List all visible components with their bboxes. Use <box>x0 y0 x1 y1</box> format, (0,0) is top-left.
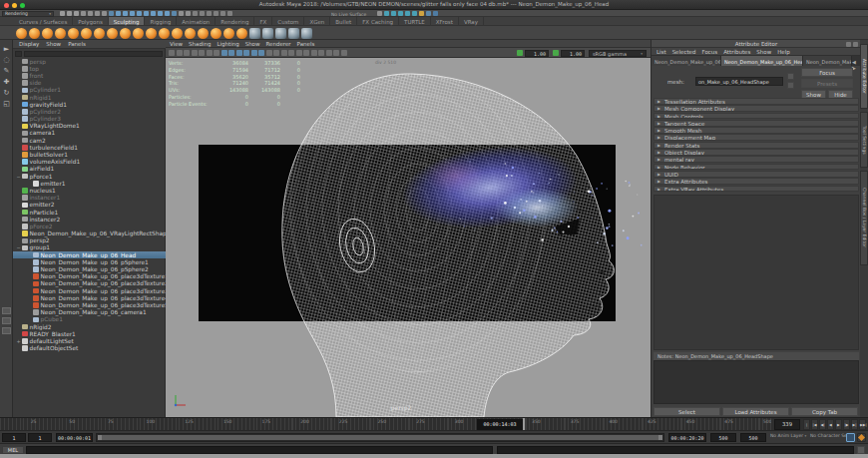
ae-section-smooth-mesh[interactable]: ▶Smooth Mesh <box>653 127 859 134</box>
shelf-tab-rigging[interactable]: Rigging <box>145 17 177 25</box>
shelf-tab-curves-surfaces[interactable]: Curves / Surfaces <box>14 17 73 25</box>
redo-icon[interactable] <box>88 11 93 16</box>
rotate-tool[interactable]: ↻ <box>0 88 13 99</box>
viewport-menu-renderer[interactable]: Renderer <box>265 41 290 47</box>
outliner-menu-show[interactable]: Show <box>46 41 61 48</box>
colorspace-dropdown[interactable]: sRGB gamma ▾ <box>589 50 647 57</box>
outliner-item-emitter1[interactable]: emitter1 <box>13 180 166 187</box>
outliner-search-input[interactable] <box>24 51 163 57</box>
focus-button[interactable]: Focus <box>801 68 853 77</box>
screen-space-ao-icon[interactable] <box>258 50 264 56</box>
outliner-item-airField1[interactable]: airField1 <box>13 166 166 173</box>
step-forward-key-button[interactable]: |▶ <box>843 419 850 430</box>
ae-section-extra-vray-attributes[interactable]: ▶Extra VRay Attributes <box>653 186 859 193</box>
grid-toggle-icon[interactable] <box>341 50 347 56</box>
shelf-tab-polygons[interactable]: Polygons <box>73 17 108 25</box>
select-tool-icon-icon[interactable] <box>95 11 100 16</box>
shelf-tab-turtle[interactable]: TURTLE <box>399 17 431 25</box>
viewport-menu-shading[interactable]: Shading <box>189 41 211 47</box>
outliner-item-Neon_Demon_Make_up_06_place3dTexture3[interactable]: Neon_Demon_Make_up_06_place3dTexture3 <box>13 287 166 294</box>
outliner-item-side[interactable]: side <box>13 80 166 87</box>
shelf-tab-sculpting[interactable]: Sculpting <box>109 17 146 25</box>
viewport-3d-view[interactable]: persp2 Verts:36084373360Edges:7159471712… <box>166 58 651 417</box>
resolution-gate-icon[interactable] <box>311 50 317 56</box>
wax-tool-icon[interactable] <box>146 28 157 39</box>
sculpt-mirror-icon[interactable] <box>288 28 299 39</box>
pinch-tool-icon[interactable] <box>68 28 79 39</box>
ae-menu-list[interactable]: List <box>656 49 666 55</box>
layout-four-pane-button[interactable] <box>2 317 11 324</box>
ae-menu-show[interactable]: Show <box>756 49 771 55</box>
outliner-item-pCube1[interactable]: pCube1 <box>13 316 166 323</box>
character-set-dropdown[interactable]: No Character Set <box>810 433 849 438</box>
bulge-tool-icon[interactable] <box>211 28 221 39</box>
repeat-tool-icon[interactable] <box>120 28 131 39</box>
outliner-item-Neon_Demon_Make_up_06_camera1[interactable]: Neon_Demon_Make_up_06_camera1 <box>13 309 166 316</box>
ae-section-object-display[interactable]: ▶Object Display <box>653 149 859 156</box>
expander-icon[interactable]: + <box>15 338 22 344</box>
select-mask-component-icon[interactable] <box>123 11 128 16</box>
sidebar-tab-channel-box-layer-editor[interactable]: Channel Box / Layer Editor <box>860 171 868 265</box>
outliner-item-pCylinder2[interactable]: pCylinder2 <box>13 108 166 115</box>
smooth-tool-icon[interactable] <box>29 28 40 39</box>
lock-selection-icon[interactable] <box>179 11 184 16</box>
outliner-item-nParticle1[interactable]: nParticle1 <box>13 209 166 216</box>
ae-section-tangent-space[interactable]: ▶Tangent Space <box>653 120 859 127</box>
camera-attributes-icon[interactable] <box>184 50 190 56</box>
step-back-key-button[interactable]: ◀| <box>819 419 826 430</box>
ae-tab-0[interactable]: Neon_Demon_Make_up_06_Head <box>651 56 721 66</box>
range-slider-track[interactable] <box>96 433 664 442</box>
foamy-tool-icon[interactable] <box>94 28 105 39</box>
wireframe-mode-icon[interactable] <box>221 50 227 56</box>
snap-plane-icon[interactable] <box>214 11 218 16</box>
range-handle-right[interactable] <box>658 435 662 440</box>
motion-blur-icon[interactable] <box>266 50 272 56</box>
ae-section-displacement-map[interactable]: ▶Displacement Map <box>653 134 859 141</box>
shelf-tab-xfrost[interactable]: XFrost <box>431 17 459 25</box>
select-mask-joints-icon[interactable] <box>137 11 142 16</box>
sculpt-falloff-icon[interactable] <box>275 28 286 39</box>
play-backwards-button[interactable]: ◀ <box>827 419 834 430</box>
outliner-item-gravityField1[interactable]: gravityField1 <box>13 101 166 108</box>
outliner-item-turbulenceField1[interactable]: turbulenceField1 <box>13 144 166 151</box>
outliner-item-top[interactable]: top <box>13 65 166 72</box>
outliner-item-Neon_Demon_Make_up_06_VRayLightRectShape1[interactable]: Neon_Demon_Make_up_06_VRayLightRectShape… <box>13 230 166 237</box>
ae-load-attributes-button[interactable]: Load Attributes <box>722 407 789 416</box>
ae-section-extra-attributes[interactable]: ▶Extra Attributes <box>653 178 859 185</box>
go-to-start-button[interactable]: |◀◀ <box>803 419 810 430</box>
shelf-tab-fx[interactable]: FX <box>254 17 272 25</box>
freeze-select-tool-icon[interactable] <box>249 28 260 39</box>
select-mask-hierarchy-icon[interactable] <box>109 11 114 16</box>
ae-tab-2[interactable]: Neon_Demon_Make_u <box>803 56 852 66</box>
set-key-icon[interactable] <box>857 433 866 442</box>
select-mask-surfaces-icon[interactable] <box>151 11 156 16</box>
playback-start-field[interactable]: 1 <box>2 433 26 442</box>
outliner-filter-icon[interactable] <box>15 51 22 57</box>
paint-select-tool[interactable]: ✎ <box>0 66 13 77</box>
select-tool[interactable]: ► <box>0 44 13 55</box>
viewport-menu-panels[interactable]: Panels <box>297 41 315 47</box>
select-mask-rendering-icon[interactable] <box>172 11 177 16</box>
ipr-render-icon[interactable] <box>398 11 403 16</box>
notes-textarea[interactable] <box>653 360 859 404</box>
render-setup-icon[interactable] <box>405 11 410 16</box>
command-input[interactable] <box>26 446 493 454</box>
outliner-item-persp2[interactable]: persp2 <box>13 237 166 244</box>
ae-section-render-stats[interactable]: ▶Render Stats <box>653 142 859 149</box>
sidebar-tab-attribute-editor[interactable]: Attribute Editor <box>860 44 868 109</box>
x-ray-icon[interactable] <box>296 50 302 56</box>
relax-tool-icon[interactable] <box>42 28 53 39</box>
outliner-item-persp[interactable]: persp <box>13 58 166 65</box>
expander-icon[interactable]: − <box>15 174 22 180</box>
swatch-icon[interactable] <box>787 73 794 80</box>
ae-section-mesh-component-display[interactable]: ▶Mesh Component Display <box>653 105 859 112</box>
mesh-name-field[interactable]: on_Make_up_06_HeadShape <box>695 77 783 86</box>
new-scene-icon[interactable] <box>60 11 65 16</box>
hypershade-icon[interactable] <box>426 11 431 16</box>
gamma-icon[interactable] <box>553 50 559 56</box>
auto-keyframe-toggle[interactable] <box>846 433 855 442</box>
move-tool[interactable]: ✚ <box>0 77 13 88</box>
ae-menu-help[interactable]: Help <box>777 49 790 55</box>
step-back-frame-button[interactable]: |◀ <box>811 419 818 430</box>
animation-end-field[interactable]: 500 <box>710 433 736 442</box>
